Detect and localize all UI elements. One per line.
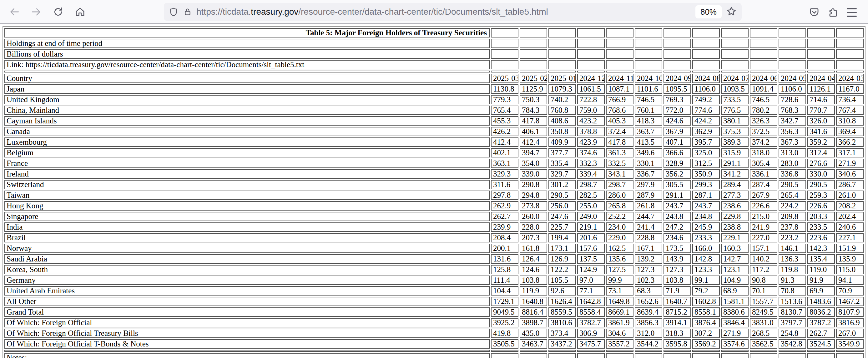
value-cell: 305.4 — [750, 159, 777, 168]
table-row: Brazil208.4207.3199.4201.6229.0228.8234.… — [4, 233, 864, 242]
pocket-icon — [809, 7, 819, 18]
spacer-cell — [721, 71, 749, 72]
value-cell: 780.2 — [750, 106, 777, 115]
subtitle-row: Holdings at end of time period — [4, 39, 864, 48]
value-cell: 125.8 — [491, 265, 519, 274]
bookmark-button[interactable] — [726, 6, 737, 18]
value-cell: 1106.0 — [692, 84, 720, 94]
lock-icon[interactable] — [183, 7, 192, 16]
forward-button[interactable] — [28, 3, 45, 21]
empty-cell — [491, 50, 519, 59]
value-cell: 297.9 — [635, 180, 662, 189]
value-cell: 423.9 — [577, 137, 605, 147]
empty-cell — [520, 28, 547, 37]
value-cell: 419.8 — [491, 329, 519, 338]
value-cell: 261.0 — [836, 191, 864, 200]
column-header-row: Country2025-032025-022025-012024-122024-… — [4, 74, 864, 83]
table-row: All Other1729.11640.81626.41642.81649.81… — [4, 297, 864, 306]
value-cell: 728.6 — [779, 95, 806, 104]
spacer-cell — [549, 71, 576, 72]
value-cell: 8249.5 — [750, 307, 777, 317]
value-cell: 760.8 — [549, 106, 576, 115]
empty-cell — [692, 353, 720, 358]
spacer-cell — [4, 350, 490, 352]
row-label-cell: Ireland — [4, 169, 490, 179]
empty-cell — [606, 39, 633, 48]
empty-cell — [779, 50, 806, 59]
value-cell: 283.0 — [779, 159, 806, 168]
value-cell: 759.0 — [577, 106, 605, 115]
value-cell: 736.4 — [836, 95, 864, 104]
value-cell: 1602.8 — [692, 297, 720, 306]
spacer-cell — [779, 350, 806, 352]
value-cell: 405.3 — [606, 116, 633, 126]
value-cell: 291.1 — [663, 191, 691, 200]
value-cell: 784.3 — [520, 106, 547, 115]
value-cell: 73.1 — [606, 286, 633, 295]
value-cell: 124.9 — [577, 265, 605, 274]
value-cell: 1513.6 — [779, 297, 806, 306]
zoom-indicator[interactable]: 80% — [695, 5, 722, 19]
value-cell: 336.8 — [779, 169, 806, 179]
table-title: Table 5: Major Foreign Holders of Treasu… — [4, 28, 490, 37]
empty-cell — [549, 50, 576, 59]
holders-table: Table 5: Major Foreign Holders of Treasu… — [2, 26, 866, 358]
empty-cell — [606, 50, 633, 59]
value-cell: 336.1 — [750, 169, 777, 179]
value-cell: 409.9 — [549, 137, 576, 147]
empty-cell — [549, 353, 576, 358]
value-cell: 199.4 — [549, 233, 576, 242]
home-button[interactable] — [71, 3, 89, 21]
empty-cell — [663, 353, 691, 358]
shield-icon[interactable] — [169, 7, 178, 17]
empty-cell — [750, 39, 777, 48]
value-cell: 768.3 — [779, 106, 806, 115]
value-cell: 350.9 — [692, 169, 720, 179]
row-label-cell: Switzerland — [4, 180, 490, 189]
value-cell: 247.2 — [663, 222, 691, 232]
value-cell: 8816.4 — [520, 307, 547, 317]
value-cell: 339.4 — [577, 169, 605, 179]
value-cell: 408.6 — [549, 116, 576, 126]
value-cell: 234.0 — [606, 222, 633, 232]
value-cell: 714.6 — [807, 95, 835, 104]
value-cell: 245.9 — [692, 222, 720, 232]
empty-cell — [491, 28, 519, 37]
url-bar[interactable]: https://ticdata.treasury.gov/resource-ce… — [164, 3, 742, 21]
value-cell: 226.6 — [750, 201, 777, 210]
spacer-cell — [807, 71, 835, 72]
table-row: United Arab Emirates104.4119.992.677.173… — [4, 286, 864, 295]
menu-button[interactable] — [843, 4, 861, 21]
row-label-cell: France — [4, 159, 490, 168]
row-label-cell: Hong Kong — [4, 201, 490, 210]
reload-button[interactable] — [50, 3, 67, 21]
extensions-button[interactable] — [824, 4, 842, 21]
value-cell: 254.8 — [779, 329, 806, 338]
pocket-button[interactable] — [805, 4, 823, 21]
value-cell: 770.7 — [807, 106, 835, 115]
value-cell: 234.8 — [692, 212, 720, 221]
value-cell: 241.4 — [635, 222, 662, 232]
value-cell: 779.3 — [491, 95, 519, 104]
month-header-cell: 2024-09 — [663, 74, 691, 83]
spacer-cell — [692, 350, 720, 352]
value-cell: 287.9 — [635, 191, 662, 200]
url-input[interactable]: https://ticdata.treasury.gov/resource-ce… — [196, 7, 695, 17]
back-button[interactable] — [6, 3, 23, 21]
value-cell: 136.3 — [779, 254, 806, 264]
value-cell: 354.0 — [520, 159, 547, 168]
value-cell: 380.1 — [721, 116, 749, 126]
value-cell: 356.3 — [779, 127, 806, 136]
value-cell: 262.9 — [491, 201, 519, 210]
value-cell: 8669.1 — [606, 307, 633, 317]
value-cell: 766.9 — [606, 95, 633, 104]
value-cell: 366.2 — [836, 137, 864, 147]
value-cell: 241.9 — [750, 222, 777, 232]
value-cell: 142.8 — [692, 254, 720, 264]
value-cell: 103.8 — [663, 275, 691, 285]
value-cell: 139.2 — [635, 254, 662, 264]
value-cell: 406.1 — [520, 127, 547, 136]
empty-cell — [549, 60, 576, 69]
value-cell: 1581.1 — [721, 297, 749, 306]
value-cell: 289.4 — [721, 180, 749, 189]
